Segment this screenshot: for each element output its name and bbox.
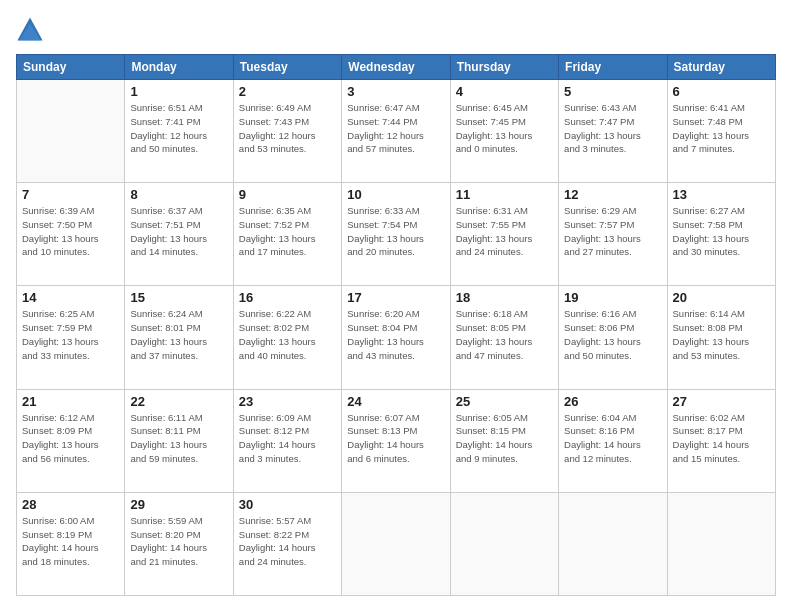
day-number: 26 <box>564 394 661 409</box>
day-number: 21 <box>22 394 119 409</box>
day-number: 8 <box>130 187 227 202</box>
calendar-cell: 30Sunrise: 5:57 AM Sunset: 8:22 PM Dayli… <box>233 492 341 595</box>
calendar-cell <box>667 492 775 595</box>
day-info: Sunrise: 6:20 AM Sunset: 8:04 PM Dayligh… <box>347 307 444 362</box>
day-number: 20 <box>673 290 770 305</box>
calendar-cell: 28Sunrise: 6:00 AM Sunset: 8:19 PM Dayli… <box>17 492 125 595</box>
calendar-cell: 14Sunrise: 6:25 AM Sunset: 7:59 PM Dayli… <box>17 286 125 389</box>
day-number: 18 <box>456 290 553 305</box>
day-number: 25 <box>456 394 553 409</box>
calendar-header-thursday: Thursday <box>450 55 558 80</box>
logo <box>16 16 48 44</box>
day-number: 15 <box>130 290 227 305</box>
calendar-cell: 23Sunrise: 6:09 AM Sunset: 8:12 PM Dayli… <box>233 389 341 492</box>
calendar-cell: 10Sunrise: 6:33 AM Sunset: 7:54 PM Dayli… <box>342 183 450 286</box>
day-info: Sunrise: 6:47 AM Sunset: 7:44 PM Dayligh… <box>347 101 444 156</box>
day-number: 14 <box>22 290 119 305</box>
calendar-cell <box>342 492 450 595</box>
day-info: Sunrise: 6:04 AM Sunset: 8:16 PM Dayligh… <box>564 411 661 466</box>
calendar-header-saturday: Saturday <box>667 55 775 80</box>
day-number: 22 <box>130 394 227 409</box>
day-number: 6 <box>673 84 770 99</box>
calendar-cell: 9Sunrise: 6:35 AM Sunset: 7:52 PM Daylig… <box>233 183 341 286</box>
calendar-cell: 17Sunrise: 6:20 AM Sunset: 8:04 PM Dayli… <box>342 286 450 389</box>
day-info: Sunrise: 6:43 AM Sunset: 7:47 PM Dayligh… <box>564 101 661 156</box>
calendar-cell: 25Sunrise: 6:05 AM Sunset: 8:15 PM Dayli… <box>450 389 558 492</box>
day-number: 3 <box>347 84 444 99</box>
day-info: Sunrise: 6:18 AM Sunset: 8:05 PM Dayligh… <box>456 307 553 362</box>
day-info: Sunrise: 6:35 AM Sunset: 7:52 PM Dayligh… <box>239 204 336 259</box>
day-info: Sunrise: 6:45 AM Sunset: 7:45 PM Dayligh… <box>456 101 553 156</box>
day-number: 29 <box>130 497 227 512</box>
calendar-header-row: SundayMondayTuesdayWednesdayThursdayFrid… <box>17 55 776 80</box>
day-number: 9 <box>239 187 336 202</box>
day-info: Sunrise: 6:07 AM Sunset: 8:13 PM Dayligh… <box>347 411 444 466</box>
day-info: Sunrise: 6:41 AM Sunset: 7:48 PM Dayligh… <box>673 101 770 156</box>
logo-icon <box>16 16 44 44</box>
calendar-header-sunday: Sunday <box>17 55 125 80</box>
calendar-cell <box>17 80 125 183</box>
calendar-header-monday: Monday <box>125 55 233 80</box>
day-number: 5 <box>564 84 661 99</box>
day-info: Sunrise: 6:14 AM Sunset: 8:08 PM Dayligh… <box>673 307 770 362</box>
day-number: 23 <box>239 394 336 409</box>
calendar-cell: 6Sunrise: 6:41 AM Sunset: 7:48 PM Daylig… <box>667 80 775 183</box>
day-info: Sunrise: 6:51 AM Sunset: 7:41 PM Dayligh… <box>130 101 227 156</box>
day-number: 4 <box>456 84 553 99</box>
day-info: Sunrise: 6:05 AM Sunset: 8:15 PM Dayligh… <box>456 411 553 466</box>
calendar-cell: 19Sunrise: 6:16 AM Sunset: 8:06 PM Dayli… <box>559 286 667 389</box>
day-info: Sunrise: 6:31 AM Sunset: 7:55 PM Dayligh… <box>456 204 553 259</box>
day-number: 16 <box>239 290 336 305</box>
calendar-header-wednesday: Wednesday <box>342 55 450 80</box>
calendar-cell: 20Sunrise: 6:14 AM Sunset: 8:08 PM Dayli… <box>667 286 775 389</box>
day-number: 28 <box>22 497 119 512</box>
calendar-cell: 22Sunrise: 6:11 AM Sunset: 8:11 PM Dayli… <box>125 389 233 492</box>
day-number: 24 <box>347 394 444 409</box>
calendar-cell: 8Sunrise: 6:37 AM Sunset: 7:51 PM Daylig… <box>125 183 233 286</box>
calendar-cell: 21Sunrise: 6:12 AM Sunset: 8:09 PM Dayli… <box>17 389 125 492</box>
day-number: 13 <box>673 187 770 202</box>
calendar-cell: 13Sunrise: 6:27 AM Sunset: 7:58 PM Dayli… <box>667 183 775 286</box>
day-info: Sunrise: 6:09 AM Sunset: 8:12 PM Dayligh… <box>239 411 336 466</box>
day-info: Sunrise: 6:11 AM Sunset: 8:11 PM Dayligh… <box>130 411 227 466</box>
calendar-cell: 12Sunrise: 6:29 AM Sunset: 7:57 PM Dayli… <box>559 183 667 286</box>
calendar-cell: 1Sunrise: 6:51 AM Sunset: 7:41 PM Daylig… <box>125 80 233 183</box>
calendar-cell: 29Sunrise: 5:59 AM Sunset: 8:20 PM Dayli… <box>125 492 233 595</box>
day-info: Sunrise: 6:12 AM Sunset: 8:09 PM Dayligh… <box>22 411 119 466</box>
calendar-cell: 26Sunrise: 6:04 AM Sunset: 8:16 PM Dayli… <box>559 389 667 492</box>
day-info: Sunrise: 6:27 AM Sunset: 7:58 PM Dayligh… <box>673 204 770 259</box>
day-info: Sunrise: 6:22 AM Sunset: 8:02 PM Dayligh… <box>239 307 336 362</box>
day-number: 17 <box>347 290 444 305</box>
day-info: Sunrise: 6:00 AM Sunset: 8:19 PM Dayligh… <box>22 514 119 569</box>
day-info: Sunrise: 6:37 AM Sunset: 7:51 PM Dayligh… <box>130 204 227 259</box>
day-info: Sunrise: 5:57 AM Sunset: 8:22 PM Dayligh… <box>239 514 336 569</box>
day-number: 11 <box>456 187 553 202</box>
calendar-week-row: 7Sunrise: 6:39 AM Sunset: 7:50 PM Daylig… <box>17 183 776 286</box>
calendar-week-row: 28Sunrise: 6:00 AM Sunset: 8:19 PM Dayli… <box>17 492 776 595</box>
day-number: 12 <box>564 187 661 202</box>
day-info: Sunrise: 6:16 AM Sunset: 8:06 PM Dayligh… <box>564 307 661 362</box>
calendar-cell: 7Sunrise: 6:39 AM Sunset: 7:50 PM Daylig… <box>17 183 125 286</box>
page: SundayMondayTuesdayWednesdayThursdayFrid… <box>0 0 792 612</box>
day-info: Sunrise: 6:33 AM Sunset: 7:54 PM Dayligh… <box>347 204 444 259</box>
day-number: 1 <box>130 84 227 99</box>
calendar-cell: 24Sunrise: 6:07 AM Sunset: 8:13 PM Dayli… <box>342 389 450 492</box>
calendar-header-tuesday: Tuesday <box>233 55 341 80</box>
calendar-header-friday: Friday <box>559 55 667 80</box>
day-info: Sunrise: 6:49 AM Sunset: 7:43 PM Dayligh… <box>239 101 336 156</box>
day-info: Sunrise: 6:02 AM Sunset: 8:17 PM Dayligh… <box>673 411 770 466</box>
calendar-cell: 4Sunrise: 6:45 AM Sunset: 7:45 PM Daylig… <box>450 80 558 183</box>
calendar-cell: 5Sunrise: 6:43 AM Sunset: 7:47 PM Daylig… <box>559 80 667 183</box>
day-number: 2 <box>239 84 336 99</box>
day-info: Sunrise: 6:29 AM Sunset: 7:57 PM Dayligh… <box>564 204 661 259</box>
calendar-week-row: 14Sunrise: 6:25 AM Sunset: 7:59 PM Dayli… <box>17 286 776 389</box>
header <box>16 16 776 44</box>
day-number: 10 <box>347 187 444 202</box>
calendar-week-row: 1Sunrise: 6:51 AM Sunset: 7:41 PM Daylig… <box>17 80 776 183</box>
day-info: Sunrise: 5:59 AM Sunset: 8:20 PM Dayligh… <box>130 514 227 569</box>
calendar-week-row: 21Sunrise: 6:12 AM Sunset: 8:09 PM Dayli… <box>17 389 776 492</box>
day-info: Sunrise: 6:24 AM Sunset: 8:01 PM Dayligh… <box>130 307 227 362</box>
day-info: Sunrise: 6:25 AM Sunset: 7:59 PM Dayligh… <box>22 307 119 362</box>
calendar-cell <box>450 492 558 595</box>
calendar-cell: 2Sunrise: 6:49 AM Sunset: 7:43 PM Daylig… <box>233 80 341 183</box>
